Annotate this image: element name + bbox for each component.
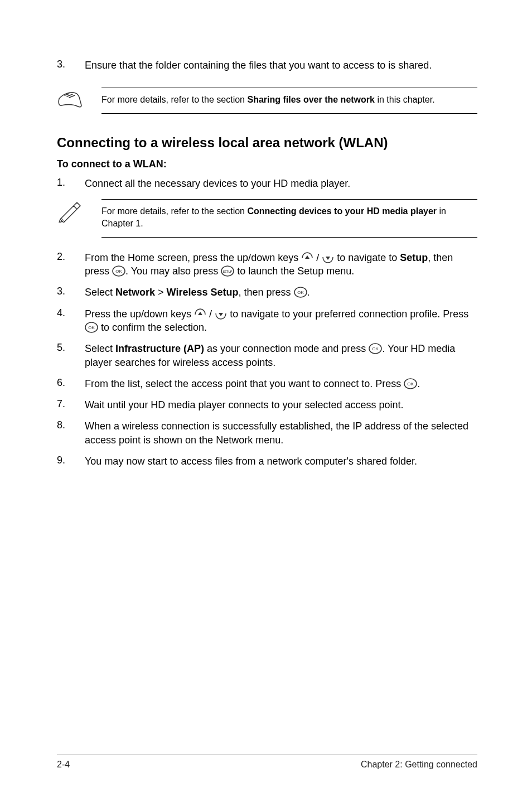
step-number: 5.	[57, 342, 85, 369]
ok-button-icon: OK	[85, 322, 98, 333]
text-fragment: From the list, select the access point t…	[85, 378, 404, 389]
list-item: 2. From the Home screen, press the up/do…	[57, 251, 477, 278]
step-number: 1.	[57, 177, 85, 190]
text-fragment: .	[417, 378, 420, 389]
step-text: When a wireless connection is successful…	[85, 419, 477, 447]
text-fragment: /	[313, 252, 322, 263]
text-fragment: to launch the Setup menu.	[234, 265, 354, 277]
wlan-steps: 1. Connect all the necessary devices to …	[57, 177, 477, 468]
list-item: 3. Select Network > Wireless Setup, then…	[57, 286, 477, 299]
note-prefix: For more details, refer to the section	[101, 206, 247, 216]
chapter-label: Chapter 2: Getting connected	[361, 760, 477, 770]
list-item: 1. Connect all the necessary devices to …	[57, 177, 477, 190]
list-item: 9. You may now start to access files fro…	[57, 455, 477, 468]
list-item: 4. Press the up/down keys / to navigate …	[57, 307, 477, 335]
svg-text:OK: OK	[88, 325, 95, 330]
svg-text:SETUP: SETUP	[223, 270, 233, 273]
list-item: 8. When a wireless connection is success…	[57, 419, 477, 447]
note-bold: Sharing files over the network	[247, 95, 375, 104]
ok-button-icon: OK	[112, 265, 125, 277]
text-fragment: , then press	[238, 287, 293, 298]
ok-button-icon: OK	[294, 287, 307, 298]
note-block-connecting: For more details, refer to the section C…	[57, 199, 477, 238]
setup-button-icon: SETUP	[221, 265, 234, 277]
step-number: 9.	[57, 455, 85, 468]
step-text: You may now start to access files from a…	[85, 455, 417, 468]
text-fragment: as your connection mode and press	[204, 343, 369, 354]
step-text: Ensure that the folder containing the fi…	[85, 59, 432, 72]
up-arrow-icon	[301, 252, 313, 264]
bold-text: Network	[115, 287, 155, 298]
note-text: For more details, refer to the section S…	[101, 88, 477, 113]
ok-button-icon: OK	[369, 343, 382, 354]
step-text: Select Network > Wireless Setup, then pr…	[85, 286, 310, 299]
step-number: 8.	[57, 419, 85, 447]
step-text: Press the up/down keys / to navigate to …	[85, 307, 477, 335]
step-text: Select Infrastructure (AP) as your conne…	[85, 342, 477, 369]
note-block-sharing: For more details, refer to the section S…	[57, 88, 477, 113]
list-item: 7. Wait until your HD media player conne…	[57, 398, 477, 412]
page-number: 2-4	[57, 760, 70, 770]
step-number: 3.	[57, 59, 85, 72]
bold-text: Infrastructure (AP)	[115, 343, 204, 354]
svg-text:OK: OK	[297, 290, 304, 295]
text-fragment: /	[206, 308, 215, 320]
list-item: 6. From the list, select the access poin…	[57, 377, 477, 390]
note-text: For more details, refer to the section C…	[101, 199, 477, 238]
text-fragment: Select	[85, 343, 115, 354]
page-footer: 2-4 Chapter 2: Getting connected	[57, 755, 477, 770]
note-hand-icon	[57, 88, 101, 111]
step-text: Wait until your HD media player connects…	[85, 398, 404, 412]
text-fragment: to confirm the selection.	[98, 322, 207, 333]
svg-text:OK: OK	[372, 346, 379, 351]
step-3: 3. Ensure that the folder containing the…	[57, 59, 477, 72]
step-number: 3.	[57, 286, 85, 299]
step-number: 6.	[57, 377, 85, 390]
text-fragment: >	[155, 287, 167, 298]
text-fragment: . You may also press	[125, 265, 221, 277]
svg-text:OK: OK	[408, 381, 414, 386]
list-item: 5. Select Infrastructure (AP) as your co…	[57, 342, 477, 369]
section-heading: Connecting to a wireless local area netw…	[57, 135, 477, 151]
text-fragment: to navigate to	[334, 252, 400, 263]
step-number: 7.	[57, 398, 85, 412]
note-suffix: in this chapter.	[375, 95, 435, 104]
step-text: From the Home screen, press the up/down …	[85, 251, 477, 278]
text-fragment: Select	[85, 287, 115, 298]
bold-text: Setup	[400, 252, 428, 263]
step-number: 2.	[57, 251, 85, 278]
step-number: 4.	[57, 307, 85, 335]
down-arrow-icon	[322, 252, 334, 264]
step-text: From the list, select the access point t…	[85, 377, 420, 390]
step-text: Connect all the necessary devices to you…	[85, 177, 350, 190]
text-fragment: .	[307, 287, 310, 298]
section-subheading: To connect to a WLAN:	[57, 158, 477, 170]
text-fragment: Press the up/down keys	[85, 308, 194, 320]
down-arrow-icon	[215, 308, 227, 320]
bold-text: Wireless Setup	[167, 287, 239, 298]
svg-text:OK: OK	[115, 269, 122, 274]
text-fragment: From the Home screen, press the up/down …	[85, 252, 301, 263]
note-bold: Connecting devices to your HD media play…	[247, 206, 437, 216]
ok-button-icon: OK	[404, 378, 417, 389]
text-fragment: to navigate to your preferred connection…	[227, 308, 468, 320]
up-arrow-icon	[194, 308, 206, 320]
note-prefix: For more details, refer to the section	[101, 95, 247, 104]
note-pencil-icon	[57, 199, 101, 225]
